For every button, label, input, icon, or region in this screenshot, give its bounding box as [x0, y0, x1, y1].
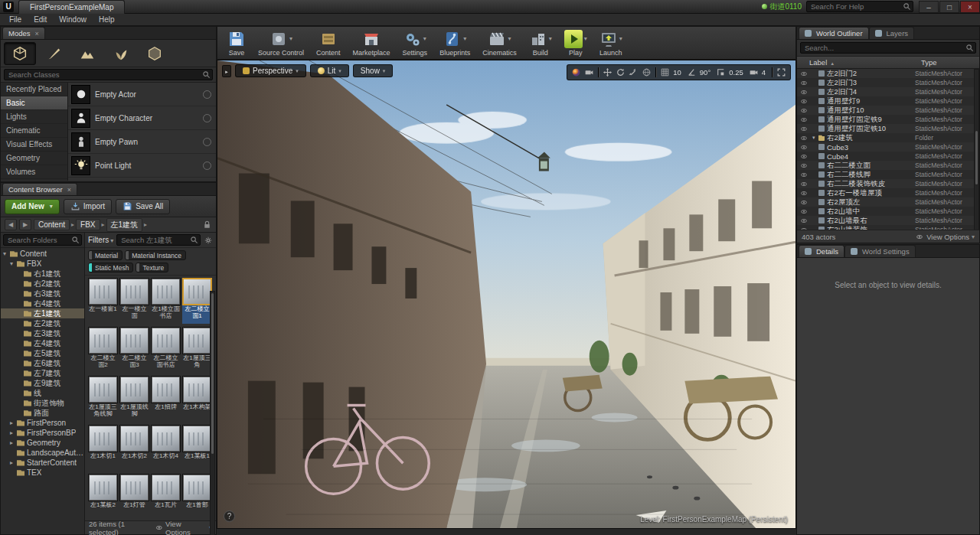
folder-tree-item[interactable]: 线 [1, 388, 84, 398]
visibility-eye-icon[interactable] [799, 135, 808, 142]
asset-thumbnail[interactable] [151, 278, 181, 305]
asset-tile[interactable]: 左1瓦片 [151, 474, 181, 520]
folder-tree-item[interactable]: 左3建筑 [1, 328, 84, 338]
modes-tab[interactable]: Modes [2, 27, 45, 39]
folder-tree-item[interactable]: 左6建筑 [1, 358, 84, 368]
outliner-row[interactable]: 右2右一楼墙屋顶 StaticMeshActor [797, 188, 979, 197]
outliner-search[interactable] [797, 40, 979, 57]
level-tab[interactable]: FirstPersonExampleMap [18, 0, 125, 14]
folder-tree-item[interactable]: LandscapeAutoM [1, 448, 84, 458]
asset-tile[interactable]: 左1首部 [182, 474, 212, 520]
viewport-toolbar-collapse-icon[interactable] [222, 65, 231, 77]
drag-handle-icon[interactable] [203, 138, 211, 146]
folder-tree-item[interactable]: FirstPerson [1, 418, 84, 428]
asset-tile[interactable]: 左1木构架 [182, 376, 212, 423]
search-folders[interactable] [1, 233, 84, 248]
rotation-snap-icon[interactable] [686, 67, 697, 78]
outliner-row[interactable]: 通用壁灯10 StaticMeshActor [797, 106, 979, 115]
expander-arrow-icon[interactable] [10, 260, 17, 267]
outliner-row[interactable]: Cube4 StaticMeshActor [797, 152, 979, 161]
search-assets[interactable] [116, 234, 201, 246]
asset-tile[interactable]: 左一楼窗1 [88, 278, 118, 325]
mode-category[interactable]: Cinematic [1, 124, 67, 138]
content-browser-tab[interactable]: Content Browser [2, 183, 77, 195]
dropdown-caret-icon[interactable] [619, 35, 622, 42]
outliner-row[interactable]: 左2旧门3 StaticMeshActor [797, 78, 979, 87]
asset-tile[interactable]: 左1某板2 [88, 474, 118, 520]
camera-speed-icon[interactable] [748, 67, 760, 78]
geometry-mode-button[interactable] [139, 42, 171, 65]
outliner-search-input[interactable] [800, 42, 976, 54]
mode-category[interactable]: Basic [1, 96, 67, 110]
filters-button[interactable]: Filters [88, 236, 113, 244]
asset-thumbnail[interactable] [88, 278, 118, 305]
breadcrumb-item[interactable]: Content [34, 219, 70, 230]
asset-thumbnail[interactable] [119, 474, 149, 501]
view-options-button[interactable]: View Options [915, 233, 975, 241]
dropdown-caret-icon[interactable] [463, 35, 466, 42]
asset-tile[interactable]: 左1屋顶三角线脚 [88, 376, 118, 423]
help-search-input[interactable] [806, 1, 913, 12]
toolbar-button[interactable]: Marketplace [348, 28, 396, 58]
paint-mode-button[interactable] [38, 42, 70, 65]
maximize-viewport-icon[interactable] [776, 67, 787, 78]
translate-tool-icon[interactable] [602, 67, 613, 78]
label-column-header[interactable]: Label [797, 58, 921, 67]
drag-handle-icon[interactable] [203, 114, 211, 122]
folder-tree-item[interactable]: 左4建筑 [1, 338, 84, 348]
folder-tree-item[interactable]: 右2建筑 [1, 279, 84, 289]
toolbar-button[interactable]: Source Control [253, 28, 309, 58]
folder-tree-item[interactable]: Content [1, 249, 84, 259]
folder-tree-item[interactable]: 右4建筑 [1, 298, 84, 308]
camera-speed-value[interactable]: 4 [761, 68, 769, 77]
search-classes-input[interactable] [4, 69, 213, 80]
outliner-row[interactable]: 右2建筑 Folder [797, 133, 979, 142]
details-tab[interactable]: Details [799, 245, 844, 257]
toolbar-button[interactable]: Save [222, 28, 251, 58]
asset-tile[interactable]: 左1楼立面书店 [151, 278, 181, 325]
visibility-eye-icon[interactable] [799, 181, 808, 188]
placeable-item[interactable]: Empty Pawn [68, 130, 216, 154]
visibility-eye-icon[interactable] [799, 107, 808, 114]
asset-tile[interactable]: 左二楼立面3 [119, 327, 149, 374]
placeable-item[interactable]: Empty Character [68, 106, 216, 130]
toolbar-button[interactable]: Content [311, 28, 346, 58]
scale-snap-icon[interactable] [715, 67, 727, 78]
menu-item[interactable]: File [3, 14, 28, 26]
asset-tile[interactable]: 左1木切1 [88, 425, 118, 472]
asset-thumbnail[interactable] [182, 278, 212, 305]
settings-gear-icon[interactable] [204, 236, 213, 245]
visibility-eye-icon[interactable] [799, 162, 808, 169]
asset-thumbnail[interactable] [151, 376, 181, 403]
grid-snap-value[interactable]: 10 [672, 68, 684, 77]
scale-snap-value[interactable]: 0.25 [728, 68, 746, 77]
outliner-row[interactable]: 右2屋顶左 StaticMeshActor [797, 197, 979, 207]
folder-tree-item[interactable]: TEX [1, 468, 84, 478]
visibility-eye-icon[interactable] [799, 126, 808, 132]
filter-chip[interactable]: Material Instance [125, 250, 186, 260]
visibility-eye-icon[interactable] [799, 227, 808, 230]
visibility-eye-icon[interactable] [799, 98, 808, 105]
search-assets-input[interactable] [116, 234, 201, 246]
lock-icon[interactable] [202, 220, 212, 230]
placeable-item[interactable]: Empty Actor [68, 83, 216, 106]
perspective-button[interactable]: Perspective [235, 64, 306, 77]
asset-tile[interactable]: 左1木切4 [151, 425, 181, 472]
add-new-button[interactable]: Add New [5, 199, 60, 214]
toolbar-button[interactable]: Blueprints [434, 28, 475, 58]
filter-chip[interactable]: Material [88, 250, 122, 260]
asset-tile[interactable]: 左1屋顶三角 [182, 327, 212, 374]
rotate-tool-icon[interactable] [615, 67, 626, 78]
folder-tree-item[interactable]: 左9建筑 [1, 378, 84, 388]
asset-tile[interactable]: 左1屋顶线脚 [119, 376, 149, 423]
preview-sphere-icon[interactable] [570, 67, 582, 78]
folder-tree-item[interactable]: 街道饰物 [1, 398, 84, 408]
breadcrumb-item[interactable]: 左1建筑 [106, 218, 143, 232]
visibility-eye-icon[interactable] [799, 116, 808, 123]
maximize-button[interactable] [939, 1, 959, 13]
show-flags-button[interactable]: Show [353, 64, 394, 77]
visibility-eye-icon[interactable] [799, 171, 808, 178]
asset-thumbnail[interactable] [119, 376, 149, 403]
minimize-button[interactable] [919, 1, 939, 13]
mode-category[interactable]: Volumes [1, 165, 67, 179]
